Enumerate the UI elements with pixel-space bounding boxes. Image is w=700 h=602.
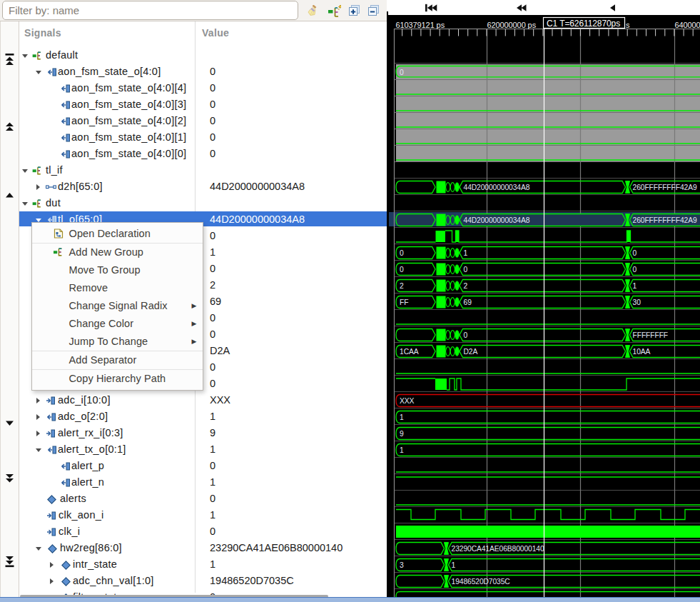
svg-text:XXX: XXX <box>400 397 415 405</box>
svg-text:640000: 640000 <box>675 21 700 29</box>
svg-text:0: 0 <box>464 331 468 339</box>
svg-text:260FFFFFFFF42A9: 260FFFFFFFF42A9 <box>633 216 697 224</box>
svg-text:30: 30 <box>633 299 641 306</box>
svg-text:610379121 ps: 610379121 ps <box>396 21 445 29</box>
svg-text:1: 1 <box>464 249 468 257</box>
svg-text:0: 0 <box>633 249 637 257</box>
svg-text:2: 2 <box>464 282 468 290</box>
svg-text:s: s <box>626 21 630 29</box>
svg-text:0: 0 <box>400 249 404 257</box>
svg-text:C1 T=626112870ps: C1 T=626112870ps <box>547 19 620 29</box>
svg-text:3: 3 <box>400 561 404 569</box>
svg-text:0: 0 <box>464 266 468 274</box>
svg-text:2: 2 <box>400 282 404 290</box>
svg-text:0: 0 <box>400 266 404 274</box>
svg-text:1: 1 <box>633 282 637 290</box>
svg-text:FF: FF <box>400 299 408 306</box>
svg-text:19486520D7035C: 19486520D7035C <box>452 578 511 586</box>
svg-text:FFFFFFFF: FFFFFFFF <box>633 331 669 339</box>
svg-text:69: 69 <box>464 299 472 306</box>
svg-text:620000000 ps: 620000000 ps <box>487 21 537 29</box>
svg-text:1: 1 <box>400 413 404 421</box>
svg-text:1: 1 <box>400 446 404 454</box>
svg-text:D2A: D2A <box>464 348 478 356</box>
svg-text:9: 9 <box>400 430 404 438</box>
svg-text:44D20000000034A8: 44D20000000034A8 <box>464 216 530 224</box>
svg-text:0: 0 <box>633 266 637 274</box>
svg-text:0: 0 <box>400 69 404 76</box>
svg-text:260FFFFFFFF42A9: 260FFFFFFFF42A9 <box>633 184 697 191</box>
svg-text:1: 1 <box>452 561 456 569</box>
svg-text:23290CA41AE06B80000140: 23290CA41AE06B80000140 <box>452 545 544 553</box>
svg-text:10AA: 10AA <box>633 348 651 356</box>
svg-text:1CAA: 1CAA <box>400 348 419 356</box>
svg-text:44D20000000034A8: 44D20000000034A8 <box>464 184 530 191</box>
